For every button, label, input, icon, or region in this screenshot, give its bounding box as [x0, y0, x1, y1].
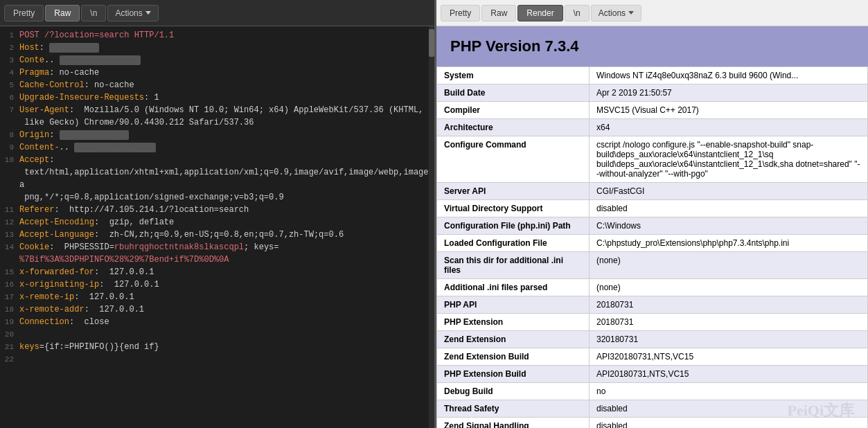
table-cell-value: (none)	[590, 252, 868, 279]
right-tab-newline[interactable]: \n	[565, 5, 590, 21]
table-cell-key: PHP Extension Build	[437, 366, 590, 383]
code-line-5: 5 Cache-Control: no-cache	[0, 79, 434, 91]
left-tab-pretty[interactable]: Pretty	[4, 5, 44, 21]
code-line-7: 7 User-Agent: Mozilla/5.0 (Windows NT 10…	[0, 104, 434, 116]
left-scrollbar-thumb	[429, 29, 434, 57]
table-cell-value: Apr 2 2019 21:50:57	[590, 84, 868, 102]
php-version-title: PHP Version 7.3.4	[450, 37, 854, 55]
table-cell-key: Zend Signal Handling	[437, 418, 590, 429]
table-row: Configure Commandcscript /nologo configu…	[437, 136, 868, 183]
table-row: CompilerMSVC15 (Visual C++ 2017)	[437, 102, 868, 119]
table-cell-key: Server API	[437, 183, 590, 200]
table-cell-value: no	[590, 383, 868, 400]
code-line-10c: png,*/*;q=0.8,application/signed-exchang…	[0, 191, 434, 204]
code-line-19: 19 Connection: close	[0, 316, 434, 328]
table-cell-key: Additional .ini files parsed	[437, 279, 590, 296]
code-line-18: 18 x-remote-addr: 127.0.0.1	[0, 303, 434, 316]
code-line-9: 9 Content-.. ████████	[0, 141, 434, 154]
table-row: Debug Buildno	[437, 383, 868, 400]
left-scrollbar[interactable]	[429, 26, 434, 428]
right-panel: Pretty Raw Render \n Actions PHP Version…	[436, 0, 868, 428]
left-panel: Pretty Raw \n Actions 1 POST /?location=…	[0, 0, 436, 428]
table-cell-value: MSVC15 (Visual C++ 2017)	[590, 102, 868, 119]
table-row: Additional .ini files parsed(none)	[437, 279, 868, 296]
code-line-1: 1 POST /?location=search HTTP/1.1	[0, 29, 434, 42]
table-cell-key: PHP API	[437, 296, 590, 314]
left-tab-bar: Pretty Raw \n Actions	[0, 0, 434, 26]
table-row: Zend Signal Handlingdisabled	[437, 418, 868, 429]
code-line-4: 4 Pragma: no-cache	[0, 66, 434, 79]
table-cell-key: Compiler	[437, 102, 590, 119]
table-row: Zend Extension BuildAPI320180731,NTS,VC1…	[437, 348, 868, 366]
left-tab-raw[interactable]: Raw	[45, 5, 80, 21]
code-line-17: 17 x-remote-ip: 127.0.0.1	[0, 291, 434, 303]
table-cell-value: Windows NT iZ4q8e0uxq38naZ 6.3 build 960…	[590, 67, 868, 84]
left-code-area[interactable]: 1 POST /?location=search HTTP/1.1 2 Host…	[0, 26, 434, 428]
right-panel-wrapper: Pretty Raw Render \n Actions PHP Version…	[436, 0, 868, 428]
table-cell-value: 320180731	[590, 331, 868, 348]
table-cell-value: API320180731,NTS,VC15	[590, 348, 868, 366]
table-row: Scan this dir for additional .ini files(…	[437, 252, 868, 279]
left-actions-label: Actions	[115, 8, 142, 18]
table-cell-value: (none)	[590, 279, 868, 296]
table-cell-key: Build Date	[437, 84, 590, 102]
main-container: Pretty Raw \n Actions 1 POST /?location=…	[0, 0, 868, 428]
table-cell-value: cscript /nologo configure.js "--enable-s…	[590, 136, 868, 183]
table-cell-key: Thread Safety	[437, 400, 590, 418]
table-row: Server APICGI/FastCGI	[437, 183, 868, 200]
table-cell-key: Configure Command	[437, 136, 590, 183]
table-cell-value: disabled	[590, 418, 868, 429]
table-cell-key: Zend Extension Build	[437, 348, 590, 366]
table-cell-value: disabled	[590, 200, 868, 217]
table-row: SystemWindows NT iZ4q8e0uxq38naZ 6.3 bui…	[437, 67, 868, 84]
right-actions-button[interactable]: Actions	[591, 5, 641, 21]
right-actions-label: Actions	[599, 8, 626, 18]
code-line-10b: text/html,application/xhtml+xml,applicat…	[0, 166, 434, 191]
left-actions-button[interactable]: Actions	[107, 5, 158, 21]
code-line-3: 3 Conte.. ████████	[0, 54, 434, 66]
table-cell-key: PHP Extension	[437, 314, 590, 331]
table-cell-value: C:\phpstudy_pro\Extensions\php\php7.3.4n…	[590, 235, 868, 252]
table-cell-key: Configuration File (php.ini) Path	[437, 217, 590, 235]
code-line-8: 8 Origin: ███████	[0, 129, 434, 141]
right-tab-raw[interactable]: Raw	[481, 5, 516, 21]
table-cell-value: 20180731	[590, 296, 868, 314]
code-line-10: 10 Accept:	[0, 154, 434, 166]
table-row: PHP Extension20180731	[437, 314, 868, 331]
table-row: PHP API20180731	[437, 296, 868, 314]
table-row: Build DateApr 2 2019 21:50:57	[437, 84, 868, 102]
code-line-6: 6 Upgrade-Insecure-Requests: 1	[0, 91, 434, 104]
code-line-14b: %7Bif%3A%3DPHPINFO%28%29%7Bend+if%7D%0D%…	[0, 253, 434, 266]
left-tab-newline[interactable]: \n	[81, 5, 106, 21]
right-tab-bar: Pretty Raw Render \n Actions	[436, 0, 868, 26]
code-line-20: 20	[0, 328, 434, 341]
table-cell-value: x64	[590, 119, 868, 136]
table-cell-value: 20180731	[590, 314, 868, 331]
table-row: Zend Extension320180731	[437, 331, 868, 348]
table-cell-key: System	[437, 67, 590, 84]
table-cell-key: Debug Build	[437, 383, 590, 400]
table-cell-key: Loaded Configuration File	[437, 235, 590, 252]
table-row: Thread Safetydisabled	[437, 400, 868, 418]
code-line-13: 13 Accept-Language: zh-CN,zh;q=0.9,en-US…	[0, 229, 434, 241]
left-actions-chevron-icon	[145, 11, 151, 15]
table-row: PHP Extension BuildAPI20180731,NTS,VC15	[437, 366, 868, 383]
table-cell-key: Zend Extension	[437, 331, 590, 348]
table-cell-key: Architecture	[437, 119, 590, 136]
table-cell-key: Virtual Directory Support	[437, 200, 590, 217]
right-tab-render[interactable]: Render	[517, 5, 563, 21]
table-cell-value: CGI/FastCGI	[590, 183, 868, 200]
table-cell-value: disabled	[590, 400, 868, 418]
php-version-header: PHP Version 7.3.4	[436, 26, 868, 66]
code-line-14: 14 Cookie: PHPSESSID=rbuhrqghoctntnak8sl…	[0, 241, 434, 253]
code-line-22: 22	[0, 353, 434, 366]
php-info-table: SystemWindows NT iZ4q8e0uxq38naZ 6.3 bui…	[436, 66, 868, 428]
right-content-area[interactable]: PHP Version 7.3.4 SystemWindows NT iZ4q8…	[436, 26, 868, 428]
table-cell-value: C:\Windows	[590, 217, 868, 235]
table-cell-value: API20180731,NTS,VC15	[590, 366, 868, 383]
code-line-15: 15 x-forwarded-for: 127.0.0.1	[0, 266, 434, 278]
right-tab-pretty[interactable]: Pretty	[441, 5, 480, 21]
table-row: Architecturex64	[437, 119, 868, 136]
code-line-7b: like Gecko) Chrome/90.0.4430.212 Safari/…	[0, 116, 434, 129]
table-row: Virtual Directory Supportdisabled	[437, 200, 868, 217]
